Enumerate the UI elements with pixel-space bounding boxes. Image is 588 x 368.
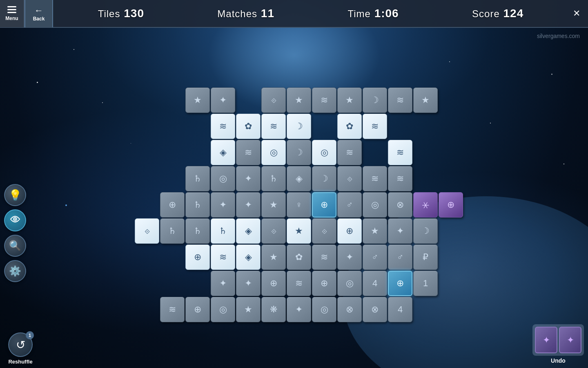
tile[interactable]: ♂ [337, 192, 362, 218]
tile[interactable]: ✿ [337, 114, 362, 139]
tile[interactable]: ♄ [160, 218, 185, 244]
empty-cell [135, 297, 159, 322]
tile[interactable]: ✦ [211, 88, 235, 113]
tile[interactable]: ≋ [312, 88, 336, 113]
tile[interactable]: ⊗ [388, 192, 412, 218]
tile[interactable]: ⊕ [388, 271, 412, 296]
reshuffle-button[interactable]: ↺ 1 [8, 332, 33, 357]
tile[interactable]: ◈ [236, 245, 261, 270]
tile[interactable]: ♄ [211, 218, 235, 244]
tile[interactable]: ◎ [261, 140, 286, 165]
tile[interactable]: ⟐ [337, 166, 362, 191]
tile[interactable]: ◎ [312, 297, 336, 322]
tile[interactable]: ≋ [388, 166, 412, 191]
tile[interactable]: ✦ [211, 192, 235, 218]
tile[interactable]: ☽ [312, 166, 336, 191]
tile[interactable]: ≋ [363, 114, 387, 139]
tile[interactable]: ♂ [388, 245, 412, 270]
reshuffle-area: ↺ 1 Reshuffle [0, 332, 41, 368]
tile[interactable]: ₽ [413, 245, 438, 270]
tile[interactable]: ≋ [388, 88, 412, 113]
tile[interactable]: ≋ [211, 114, 235, 139]
tile[interactable]: ♂ [363, 245, 387, 270]
tile[interactable]: ≋ [287, 271, 311, 296]
tile[interactable]: ⊕ [261, 271, 286, 296]
tile[interactable]: ✿ [236, 114, 261, 139]
menu-button[interactable]: Menu [0, 0, 24, 27]
tile[interactable]: ♄ [261, 166, 286, 191]
tile[interactable]: ◎ [211, 297, 235, 322]
tile[interactable]: ♄ [185, 192, 210, 218]
tile[interactable]: ≋ [211, 245, 235, 270]
tile[interactable]: ✦ [337, 245, 362, 270]
tile[interactable]: ❋ [261, 297, 286, 322]
tile[interactable]: ✦ [211, 271, 235, 296]
tile[interactable]: ☽ [287, 114, 311, 139]
hint-button[interactable]: 💡 [4, 184, 26, 206]
tile[interactable]: ★ [261, 245, 286, 270]
tile[interactable]: ◈ [211, 140, 235, 165]
tile[interactable]: ⊕ [160, 192, 185, 218]
tile[interactable]: ♄ [185, 166, 210, 191]
tile[interactable]: ★ [185, 88, 210, 113]
tile[interactable]: 4 [363, 271, 387, 296]
tile[interactable]: ≋ [337, 140, 362, 165]
tile[interactable]: ⟐ [261, 88, 286, 113]
tile[interactable]: ◎ [211, 166, 235, 191]
empty-cell [160, 166, 185, 191]
tile[interactable]: ★ [337, 88, 362, 113]
tile[interactable]: ≋ [236, 140, 261, 165]
search-button[interactable]: 🔍 [4, 235, 26, 257]
tile[interactable]: ◎ [337, 271, 362, 296]
tile[interactable]: ⊕ [185, 297, 210, 322]
tile[interactable]: ★ [363, 218, 387, 244]
tile[interactable]: ✦ [236, 192, 261, 218]
eye-button[interactable] [4, 209, 26, 231]
tile[interactable]: ⊕ [312, 192, 336, 218]
tile[interactable]: ★ [413, 88, 438, 113]
tile[interactable]: ✦ [287, 297, 311, 322]
tile[interactable]: ⊕ [185, 245, 210, 270]
tile[interactable]: ✦ [236, 166, 261, 191]
tile[interactable]: ≋ [261, 114, 286, 139]
tile[interactable]: ⟐ [312, 218, 336, 244]
tile[interactable]: ⊗ [337, 297, 362, 322]
tile[interactable]: ☽ [413, 218, 438, 244]
tile[interactable]: ⚹ [413, 192, 438, 218]
tile[interactable]: ≋ [160, 297, 185, 322]
tile[interactable]: ≋ [363, 166, 387, 191]
settings-button[interactable]: ⚙️ [4, 260, 26, 282]
tile[interactable]: ★ [261, 192, 286, 218]
back-button[interactable]: ← Back [24, 0, 53, 27]
tile[interactable]: ◈ [236, 218, 261, 244]
tile[interactable]: ♄ [185, 218, 210, 244]
tile[interactable]: ≋ [312, 245, 336, 270]
tile[interactable]: 4 [388, 297, 412, 322]
tile[interactable]: ◈ [287, 166, 311, 191]
tile[interactable]: ◎ [363, 192, 387, 218]
tile[interactable]: ⟐ [135, 218, 159, 244]
game-board-container: ★✦⟐★≋★☽≋★≋✿≋☽✿≋◈≋◎☽◎≋≋♄◎✦♄◈☽⟐≋≋⊕♄✦✦★♀⊕♂◎… [0, 28, 588, 368]
tile[interactable]: ≋ [388, 140, 412, 165]
close-button[interactable]: ✕ [568, 5, 585, 22]
tile[interactable]: ★ [236, 297, 261, 322]
tile[interactable]: ♀ [287, 192, 311, 218]
tile[interactable]: ☽ [363, 88, 387, 113]
empty-cell [135, 166, 159, 191]
tile[interactable]: ✦ [388, 218, 412, 244]
tile[interactable]: 1 [413, 271, 438, 296]
tile[interactable]: ⊕ [337, 218, 362, 244]
tile[interactable]: ★ [287, 218, 311, 244]
undo-tile-1: ✦ [535, 327, 557, 353]
tile[interactable]: ◎ [312, 140, 336, 165]
tile[interactable]: ☽ [287, 140, 311, 165]
eye-icon [9, 213, 21, 227]
tile[interactable]: ⊕ [439, 192, 463, 218]
tile[interactable]: ✿ [287, 245, 311, 270]
tile[interactable]: ★ [287, 88, 311, 113]
tile[interactable]: ⊕ [312, 271, 336, 296]
tile[interactable]: ✦ [236, 271, 261, 296]
tile[interactable]: ⟐ [261, 218, 286, 244]
undo-tiles-display[interactable]: ✦ ✦ [532, 324, 584, 356]
tile[interactable]: ⊗ [363, 297, 387, 322]
